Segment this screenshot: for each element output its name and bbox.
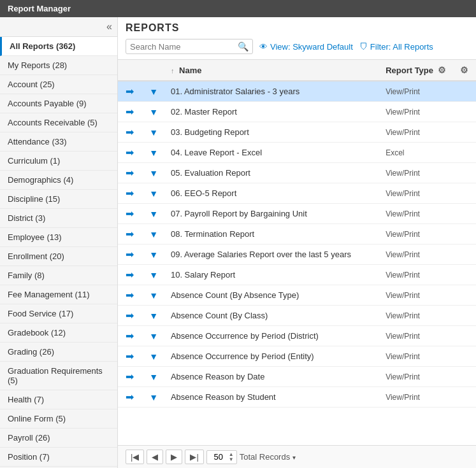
dropdown-arrow-icon[interactable]: ▼ [149,372,158,382]
prev-page-button[interactable]: ◀ [147,450,163,464]
collapse-button[interactable]: « [106,21,112,32]
arrow-cell[interactable]: ▼ [141,204,165,224]
run-icon[interactable]: ➡ [126,127,134,138]
run-icon-cell[interactable]: ➡ [118,183,141,204]
run-icon[interactable]: ➡ [126,208,134,219]
dropdown-arrow-icon[interactable]: ▼ [149,351,158,362]
table-row[interactable]: ➡ ▼ Absence Reason by Date View/Print [118,367,476,387]
table-row[interactable]: ➡ ▼ Absence Reason by Student View/Print [118,387,476,408]
sidebar-item[interactable]: My Reports (28) [0,56,117,75]
arrow-cell[interactable]: ▼ [141,326,165,346]
sidebar-item[interactable]: Payroll (26) [0,429,117,448]
sidebar-item[interactable]: Discipline (15) [0,190,117,209]
run-icon-cell[interactable]: ➡ [118,204,141,224]
search-input[interactable] [130,42,238,52]
arrow-cell[interactable]: ▼ [141,245,165,265]
sidebar-item[interactable]: District (3) [0,209,117,228]
run-icon[interactable]: ➡ [126,167,134,178]
dropdown-arrow-icon[interactable]: ▼ [149,392,158,402]
dropdown-arrow-icon[interactable]: ▼ [149,250,158,260]
dropdown-arrow-icon[interactable]: ▼ [149,127,158,138]
run-icon-cell[interactable]: ➡ [118,367,141,387]
view-button[interactable]: 👁 View: Skyward Default [259,42,353,52]
sidebar-item[interactable]: Graduation Requirements (5) [0,362,117,390]
next-page-button[interactable]: ▶ [166,450,182,464]
sidebar-item[interactable]: Account (25) [0,75,117,94]
run-icon-cell[interactable]: ➡ [118,102,141,122]
table-row[interactable]: ➡ ▼ 03. Budgeting Report View/Print [118,122,476,143]
gear-icon-table[interactable]: ⚙ [460,65,468,75]
run-icon-cell[interactable]: ➡ [118,265,141,285]
arrow-cell[interactable]: ▼ [141,265,165,285]
page-size-down-icon[interactable]: ▼ [229,457,234,462]
arrow-cell[interactable]: ▼ [141,163,165,183]
table-row[interactable]: ➡ ▼ 07. Payroll Report by Bargaining Uni… [118,204,476,224]
table-row[interactable]: ➡ ▼ Absence Occurrence by Period (Entity… [118,346,476,367]
dropdown-arrow-icon[interactable]: ▼ [149,209,158,219]
arrow-cell[interactable]: ▼ [141,285,165,306]
run-icon-cell[interactable]: ➡ [118,326,141,346]
run-icon[interactable]: ➡ [126,269,134,280]
arrow-cell[interactable]: ▼ [141,367,165,387]
run-icon[interactable]: ➡ [126,351,134,362]
dropdown-arrow-icon[interactable]: ▼ [149,168,158,178]
sidebar-item[interactable]: Accounts Receivable (5) [0,113,117,132]
sidebar-item[interactable]: Online Form (5) [0,409,117,429]
run-icon-cell[interactable]: ➡ [118,163,141,183]
run-icon-cell[interactable]: ➡ [118,245,141,265]
run-icon[interactable]: ➡ [126,86,134,97]
dropdown-arrow-icon[interactable]: ▼ [149,290,158,301]
table-row[interactable]: ➡ ▼ Absence Count (By Absence Type) View… [118,285,476,306]
arrow-cell[interactable]: ▼ [141,102,165,122]
dropdown-arrow-icon[interactable]: ▼ [149,148,158,158]
run-icon[interactable]: ➡ [126,147,134,158]
arrow-cell[interactable]: ▼ [141,122,165,143]
sidebar-item[interactable]: Attendance (33) [0,132,117,152]
sidebar-item[interactable]: Enrollment (20) [0,247,117,266]
gear-icon-report-type[interactable]: ⚙ [438,65,446,75]
table-row[interactable]: ➡ ▼ 02. Master Report View/Print [118,102,476,122]
sidebar-item[interactable]: Employee (13) [0,228,117,247]
sidebar-item[interactable]: Food Service (17) [0,304,117,323]
run-icon-cell[interactable]: ➡ [118,122,141,143]
page-size-arrows[interactable]: ▲ ▼ [229,452,234,462]
dropdown-arrow-icon[interactable]: ▼ [149,188,158,199]
table-row[interactable]: ➡ ▼ 05. Evaluation Report View/Print [118,163,476,183]
first-page-button[interactable]: |◀ [126,450,144,464]
page-size-select[interactable]: 50 ▲ ▼ [206,450,237,464]
th-gear[interactable]: ⚙ [452,60,476,81]
run-icon[interactable]: ➡ [126,249,134,260]
run-icon-cell[interactable]: ➡ [118,306,141,326]
sidebar-item[interactable]: Health (7) [0,390,117,409]
dropdown-arrow-icon[interactable]: ▼ [149,331,158,341]
table-row[interactable]: ➡ ▼ 10. Salary Report View/Print [118,265,476,285]
run-icon[interactable]: ➡ [126,371,134,382]
arrow-cell[interactable]: ▼ [141,306,165,326]
run-icon[interactable]: ➡ [126,392,134,402]
arrow-cell[interactable]: ▼ [141,346,165,367]
arrow-cell[interactable]: ▼ [141,81,165,102]
run-icon[interactable]: ➡ [126,330,134,341]
filter-button[interactable]: ⛉ Filter: All Reports [359,42,433,52]
run-icon[interactable]: ➡ [126,310,134,321]
run-icon[interactable]: ➡ [126,106,134,117]
sidebar-item[interactable]: Fee Management (11) [0,285,117,304]
dropdown-arrow-icon[interactable]: ▼ [149,270,158,280]
arrow-cell[interactable]: ▼ [141,143,165,163]
arrow-cell[interactable]: ▼ [141,224,165,245]
sidebar-item[interactable]: Gradebook (12) [0,323,117,343]
page-size-input[interactable]: 50 [210,452,227,462]
dropdown-arrow-icon[interactable]: ▼ [149,311,158,321]
table-row[interactable]: ➡ ▼ 08. Termination Report View/Print [118,224,476,245]
run-icon[interactable]: ➡ [126,290,134,301]
last-page-button[interactable]: ▶| [185,450,203,464]
sidebar-item[interactable]: Position (7) [0,448,117,467]
table-row[interactable]: ➡ ▼ Absence Occurrence by Period (Distri… [118,326,476,346]
arrow-cell[interactable]: ▼ [141,387,165,408]
dropdown-arrow-icon[interactable]: ▼ [149,87,158,97]
table-row[interactable]: ➡ ▼ Absence Count (By Class) View/Print [118,306,476,326]
run-icon-cell[interactable]: ➡ [118,285,141,306]
sidebar-item[interactable]: Demographics (4) [0,171,117,190]
sidebar-item[interactable]: Grading (26) [0,343,117,362]
dropdown-arrow-icon[interactable]: ▼ [149,107,158,117]
